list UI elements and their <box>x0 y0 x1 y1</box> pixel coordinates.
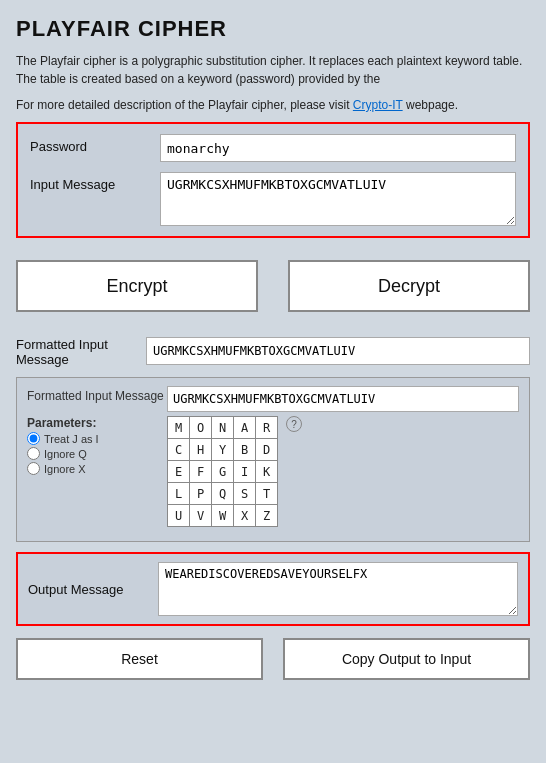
radio-treat-j-label: Treat J as I <box>44 433 99 445</box>
output-section: Output Message <box>16 552 530 626</box>
help-icon[interactable]: ? <box>286 416 302 432</box>
params-title: Parameters: <box>27 416 167 430</box>
input-message-row: Input Message <box>30 172 516 226</box>
page-title: PLAYFAIR CIPHER <box>16 16 530 42</box>
radio-ignore-x-input[interactable] <box>27 462 40 475</box>
inner-formatted-row: Formatted Input Message <box>27 386 519 412</box>
decrypt-button[interactable]: Decrypt <box>288 260 530 312</box>
desc-text2-end: webpage. <box>406 98 458 112</box>
radio-treat-j[interactable]: Treat J as I <box>27 432 167 445</box>
password-label: Password <box>30 134 160 154</box>
cipher-cell: S <box>234 483 256 505</box>
cipher-cell: U <box>168 505 190 527</box>
cipher-cell: G <box>212 461 234 483</box>
inner-formatted-label: Formatted Input Message <box>27 386 167 403</box>
radio-ignore-q-input[interactable] <box>27 447 40 460</box>
formatted-input-outer-field[interactable] <box>146 337 530 365</box>
output-message-textarea[interactable] <box>158 562 518 616</box>
params-col: Parameters: Treat J as I Ignore Q Ignore… <box>27 416 167 477</box>
cipher-cell: I <box>234 461 256 483</box>
cipher-cell: D <box>256 439 278 461</box>
cipher-cell: P <box>190 483 212 505</box>
cipher-cell: A <box>234 417 256 439</box>
cipher-cell: Q <box>212 483 234 505</box>
reset-button[interactable]: Reset <box>16 638 263 680</box>
description: The Playfair cipher is a polygraphic sub… <box>16 52 530 88</box>
inner-section: Formatted Input Message Parameters: Trea… <box>16 377 530 542</box>
cipher-cell: H <box>190 439 212 461</box>
radio-ignore-x[interactable]: Ignore X <box>27 462 167 475</box>
desc-text1: The Playfair cipher is a polygraphic sub… <box>16 54 522 86</box>
encrypt-button[interactable]: Encrypt <box>16 260 258 312</box>
input-message-textarea[interactable] <box>160 172 516 226</box>
copy-output-button[interactable]: Copy Output to Input <box>283 638 530 680</box>
radio-ignore-q[interactable]: Ignore Q <box>27 447 167 460</box>
cipher-cell: B <box>234 439 256 461</box>
cipher-cell: V <box>190 505 212 527</box>
cipher-cell: F <box>190 461 212 483</box>
cipher-cell: W <box>212 505 234 527</box>
cipher-cell: E <box>168 461 190 483</box>
action-buttons: Encrypt Decrypt <box>16 252 530 320</box>
cipher-cell: L <box>168 483 190 505</box>
cipher-cell: T <box>256 483 278 505</box>
cipher-table-container: MONARCHYBDEFGIKLPQSTUVWXZ ? <box>167 416 302 527</box>
radio-ignore-x-label: Ignore X <box>44 463 86 475</box>
password-row: Password <box>30 134 516 162</box>
input-section: Password Input Message <box>16 122 530 238</box>
desc-text2: For more detailed description of the Pla… <box>16 98 350 112</box>
output-message-label: Output Message <box>28 582 158 597</box>
cipher-cell: O <box>190 417 212 439</box>
cipher-cell: C <box>168 439 190 461</box>
inner-formatted-field[interactable] <box>167 386 519 412</box>
cipher-cell: N <box>212 417 234 439</box>
formatted-input-outer-label: Formatted Input Message <box>16 334 146 367</box>
cipher-grid: MONARCHYBDEFGIKLPQSTUVWXZ <box>167 416 278 527</box>
cipher-cell: M <box>168 417 190 439</box>
description2: For more detailed description of the Pla… <box>16 96 530 114</box>
cipher-cell: K <box>256 461 278 483</box>
crypto-it-link[interactable]: Crypto-IT <box>353 98 403 112</box>
formatted-input-outer: Formatted Input Message <box>16 334 530 367</box>
cipher-cell: Y <box>212 439 234 461</box>
input-message-label: Input Message <box>30 172 160 192</box>
cipher-cell: X <box>234 505 256 527</box>
radio-treat-j-input[interactable] <box>27 432 40 445</box>
bottom-buttons: Reset Copy Output to Input <box>16 638 530 680</box>
cipher-cell: Z <box>256 505 278 527</box>
cipher-cell: R <box>256 417 278 439</box>
radio-ignore-q-label: Ignore Q <box>44 448 87 460</box>
params-row: Parameters: Treat J as I Ignore Q Ignore… <box>27 416 519 527</box>
password-input[interactable] <box>160 134 516 162</box>
